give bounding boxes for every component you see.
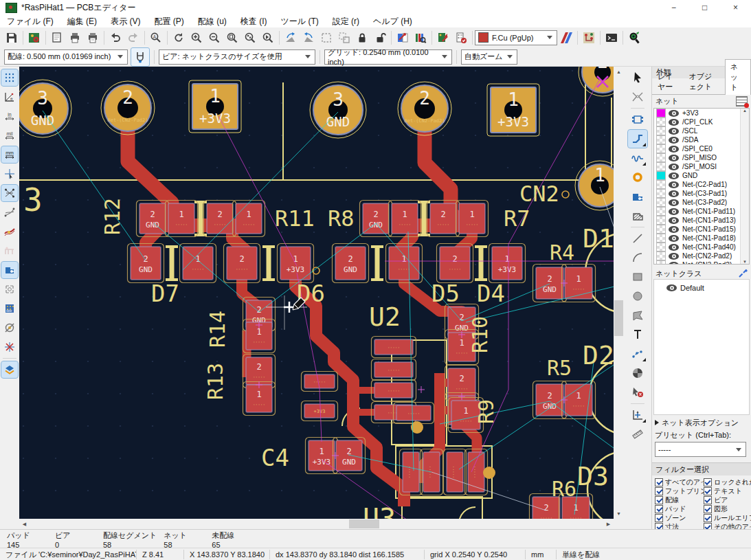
update-pcb-from-schematic-button[interactable]: [394, 29, 412, 47]
ratsnest-visibility-button[interactable]: [1, 185, 18, 201]
drc-button[interactable]: [452, 29, 470, 47]
visibility-eye-icon[interactable]: [669, 146, 679, 153]
units-inches-button[interactable]: in: [1, 108, 18, 124]
route-tracks-tool-button[interactable]: [628, 130, 647, 148]
zoom-out-button[interactable]: [205, 29, 223, 47]
net-color-swatch[interactable]: [656, 207, 666, 216]
lock-button[interactable]: [353, 29, 371, 47]
net-row[interactable]: /SPI_CE0: [654, 144, 749, 153]
net-row[interactable]: Net-(CN2-Pad2): [654, 251, 749, 260]
checkbox[interactable]: [655, 487, 663, 495]
net-row[interactable]: /SPI_MOSI: [654, 162, 749, 171]
net-row[interactable]: /CPI_CLK: [654, 117, 749, 126]
menu-item[interactable]: ヘルプ (H): [366, 16, 419, 27]
scripting-console-button[interactable]: [603, 29, 620, 47]
net-row[interactable]: Net-(CN1-Pad18): [654, 234, 749, 243]
place-footprint-tool-button[interactable]: [628, 111, 647, 128]
pcb-canvas-svg[interactable]: 2GND1·····2·····1·····2GND1·····2·····1·…: [19, 67, 614, 519]
save-button[interactable]: [3, 29, 21, 47]
refresh-view-button[interactable]: [170, 29, 188, 47]
zoom-preset-select[interactable]: 自動ズーム: [461, 49, 517, 65]
visibility-eye-icon[interactable]: [669, 110, 679, 117]
menu-item[interactable]: ツール (T): [273, 16, 325, 27]
menu-item[interactable]: ファイル (F): [0, 16, 60, 27]
net-color-swatch[interactable]: [656, 171, 666, 180]
net-row[interactable]: GND: [654, 171, 749, 180]
scroll-up-arrow[interactable]: ▲: [743, 109, 747, 113]
checkbox[interactable]: [704, 505, 712, 513]
checkbox[interactable]: [655, 478, 663, 486]
zone-wireframe-display-button[interactable]: [1, 320, 18, 336]
page-settings-button[interactable]: [48, 29, 66, 47]
close-button[interactable]: ×: [720, 0, 751, 15]
scroll-up-arrow[interactable]: ▲: [614, 67, 624, 77]
fullscreen-cursor-button[interactable]: [1, 166, 18, 182]
net-row[interactable]: Net-(CN1-Pad40): [654, 243, 749, 251]
visibility-eye-icon[interactable]: [669, 164, 679, 170]
zoom-in-button[interactable]: [188, 29, 205, 47]
track-sketch-mode-button[interactable]: [1, 223, 18, 240]
minimize-button[interactable]: −: [658, 0, 689, 15]
menu-item[interactable]: 表示 (V): [104, 16, 147, 27]
canvas-vertical-scrollbar[interactable]: ▲ ▼: [614, 67, 624, 519]
net-row[interactable]: /SPI_MISO: [654, 153, 749, 162]
plot-button[interactable]: [84, 29, 102, 47]
grid-visibility-button[interactable]: [1, 69, 18, 86]
visibility-eye-icon[interactable]: [669, 181, 679, 188]
via-display-mode-button[interactable]: [1, 281, 18, 298]
canvas-horizontal-scrollbar[interactable]: ◀ ▶: [19, 519, 614, 529]
visibility-eye-icon[interactable]: [669, 244, 679, 251]
menu-item[interactable]: 配置 (P): [147, 16, 190, 27]
place-anchor-tool-button[interactable]: [628, 364, 647, 382]
draw-circle-tool-button[interactable]: [628, 287, 647, 305]
units-mils-button[interactable]: mil: [1, 127, 18, 144]
via-size-select[interactable]: ビア: ネットクラスのサイズを使用: [159, 49, 315, 65]
net-row[interactable]: +3V3: [654, 109, 749, 117]
draw-rectangle-tool-button[interactable]: [628, 268, 647, 286]
scroll-down-arrow[interactable]: ▼: [614, 508, 624, 519]
net-color-grid-icon[interactable]: [736, 96, 748, 107]
net-color-swatch[interactable]: [656, 126, 666, 135]
checkbox[interactable]: [704, 514, 712, 522]
wrench-icon[interactable]: [738, 269, 748, 278]
visibility-eye-icon[interactable]: [669, 217, 679, 224]
redo-button[interactable]: [124, 29, 142, 47]
scroll-left-arrow[interactable]: ◀: [19, 519, 30, 529]
track-width-select[interactable]: 配線: 0.500 mm (0.01969 inch): [4, 49, 128, 65]
curved-ratsnest-button[interactable]: [1, 204, 18, 221]
find-button[interactable]: A: [147, 29, 165, 47]
net-color-swatch[interactable]: [656, 153, 666, 162]
net-color-swatch[interactable]: [656, 260, 666, 265]
vertical-scroll-thumb[interactable]: [614, 300, 623, 336]
net-color-swatch[interactable]: [656, 234, 666, 243]
visibility-eye-icon[interactable]: [669, 119, 679, 126]
zoom-fit-page-button[interactable]: [223, 29, 241, 47]
visibility-eye-icon[interactable]: [669, 208, 679, 215]
draw-zone-tool-button[interactable]: [628, 188, 647, 205]
interactive-router-settings-button[interactable]: [580, 29, 598, 47]
net-color-swatch[interactable]: [656, 243, 666, 251]
preset-select[interactable]: -----: [655, 442, 746, 457]
net-color-swatch[interactable]: [656, 144, 666, 153]
net-color-swatch[interactable]: [656, 198, 666, 207]
maximize-button[interactable]: □: [689, 0, 720, 15]
visibility-eye-icon[interactable]: [666, 284, 677, 291]
visibility-eye-icon[interactable]: [669, 235, 679, 242]
net-row[interactable]: Net-(CN1-Pad15): [654, 225, 749, 234]
draw-arc-tool-button[interactable]: [628, 249, 647, 267]
menu-item[interactable]: 検査 (I): [234, 16, 274, 27]
undo-button[interactable]: [107, 29, 124, 47]
netclass-row[interactable]: Default: [654, 282, 749, 293]
select-tool-button[interactable]: [628, 69, 647, 87]
draw-line-tool-button[interactable]: [628, 229, 647, 247]
net-color-swatch[interactable]: [656, 109, 666, 117]
menu-item[interactable]: 配線 (u): [191, 16, 234, 27]
net-list-scrollbar[interactable]: ▲▼: [740, 109, 749, 264]
pcb-canvas[interactable]: 2GND1·····2·····1·····2GND1·····2·····1·…: [19, 67, 624, 529]
highlight-net-tool-button[interactable]: [628, 88, 647, 106]
units-mm-button[interactable]: mm: [1, 146, 18, 163]
appearance-tab[interactable]: ネット: [725, 59, 751, 95]
appearance-tab[interactable]: オブジェクト: [683, 69, 724, 94]
visibility-eye-icon[interactable]: [669, 155, 679, 161]
horizontal-scroll-thumb[interactable]: [349, 519, 379, 528]
